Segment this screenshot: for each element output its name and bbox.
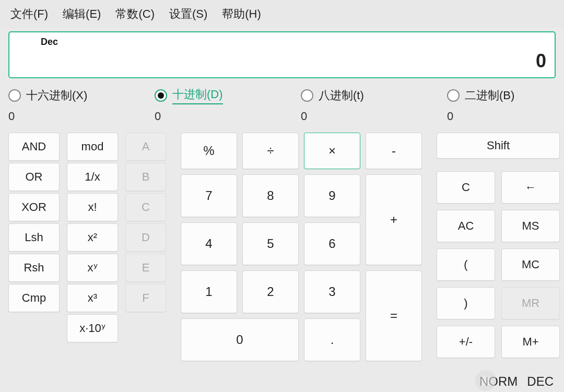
- btn-paren-open[interactable]: (: [437, 248, 495, 281]
- btn-equals[interactable]: =: [366, 270, 422, 361]
- btn-6[interactable]: 6: [304, 222, 360, 265]
- btn-clear[interactable]: C: [437, 171, 495, 204]
- radio-icon: [447, 89, 460, 102]
- status-base: DEC: [527, 374, 554, 389]
- radix-dec-label: 十进制(D): [172, 87, 223, 104]
- btn-rsh[interactable]: Rsh: [8, 254, 60, 282]
- btn-mem-plus[interactable]: M+: [501, 326, 560, 358]
- side-grid: Shift C ← AC MS ( MC ) MR +/- M+: [437, 133, 560, 361]
- btn-add[interactable]: +: [366, 174, 422, 265]
- btn-factorial[interactable]: x!: [67, 193, 118, 221]
- btn-mem-clear[interactable]: MC: [501, 248, 560, 281]
- btn-square[interactable]: x²: [67, 223, 118, 252]
- btn-9[interactable]: 9: [304, 174, 360, 217]
- btn-paren-close[interactable]: ): [437, 287, 495, 319]
- menubar: 文件(F) 编辑(E) 常数(C) 设置(S) 帮助(H): [0, 0, 564, 28]
- btn-4[interactable]: 4: [181, 222, 237, 265]
- btn-2[interactable]: 2: [242, 270, 299, 313]
- btn-xor[interactable]: XOR: [8, 193, 60, 221]
- radix-dec[interactable]: 十进制(D): [155, 87, 301, 104]
- btn-power[interactable]: xʸ: [67, 254, 118, 282]
- btn-cmp[interactable]: Cmp: [8, 284, 60, 312]
- keypad: AND OR XOR Lsh Rsh Cmp mod 1/x x! x² xʸ …: [0, 127, 564, 361]
- logic-col-1: AND OR XOR Lsh Rsh Cmp: [8, 133, 60, 361]
- btn-lsh[interactable]: Lsh: [8, 223, 60, 252]
- display-mode-label: Dec: [41, 37, 58, 47]
- btn-plus-minus[interactable]: +/-: [437, 326, 495, 358]
- btn-all-clear[interactable]: AC: [437, 210, 495, 242]
- btn-hex-a: A: [125, 133, 166, 161]
- btn-hex-b: B: [125, 163, 166, 191]
- radix-oct-value: 0: [301, 110, 447, 123]
- display: Dec 0: [8, 31, 556, 78]
- btn-shift[interactable]: Shift: [437, 133, 560, 159]
- radix-hex-value: 0: [8, 110, 155, 123]
- btn-hex-c: C: [125, 193, 166, 221]
- menu-file[interactable]: 文件(F): [10, 6, 48, 22]
- btn-3[interactable]: 3: [304, 270, 360, 313]
- radio-icon: [8, 89, 21, 102]
- btn-and[interactable]: AND: [8, 133, 60, 161]
- btn-or[interactable]: OR: [8, 163, 60, 191]
- btn-mem-recall: MR: [501, 287, 560, 319]
- radix-row: 十六进制(X) 十进制(D) 八进制(t) 二进制(B): [0, 84, 564, 104]
- menu-help[interactable]: 帮助(H): [222, 6, 261, 22]
- btn-8[interactable]: 8: [242, 174, 299, 217]
- radio-icon: [301, 89, 313, 102]
- logic-col-2: mod 1/x x! x² xʸ x³ x·10ʸ: [67, 133, 118, 361]
- btn-decimal[interactable]: .: [304, 318, 360, 361]
- radix-oct[interactable]: 八进制(t): [301, 87, 447, 104]
- btn-hex-f: F: [125, 284, 166, 312]
- btn-divide[interactable]: ÷: [242, 133, 299, 169]
- menu-edit[interactable]: 编辑(E): [63, 6, 101, 22]
- btn-hex-d: D: [125, 223, 166, 252]
- btn-5[interactable]: 5: [242, 222, 299, 265]
- btn-backspace[interactable]: ←: [501, 171, 560, 204]
- btn-cube[interactable]: x³: [67, 284, 118, 312]
- watermark-icon: 值: [475, 370, 496, 391]
- btn-reciprocal[interactable]: 1/x: [67, 163, 118, 191]
- btn-subtract[interactable]: -: [366, 133, 422, 169]
- menu-settings[interactable]: 设置(S): [169, 6, 207, 22]
- display-value: 0: [536, 50, 546, 72]
- radix-hex[interactable]: 十六进制(X): [8, 87, 155, 104]
- radix-bin-value: 0: [447, 110, 556, 123]
- radio-icon: [155, 89, 167, 102]
- hex-digit-col: A B C D E F: [125, 133, 166, 361]
- btn-sci[interactable]: x·10ʸ: [67, 314, 118, 342]
- btn-multiply[interactable]: ×: [304, 133, 360, 169]
- radix-bin-label: 二进制(B): [465, 88, 514, 103]
- btn-percent[interactable]: %: [181, 133, 237, 169]
- btn-1[interactable]: 1: [181, 270, 237, 313]
- radix-oct-label: 八进制(t): [319, 88, 364, 103]
- btn-mod[interactable]: mod: [67, 133, 118, 161]
- radix-bin[interactable]: 二进制(B): [447, 87, 556, 104]
- btn-mem-store[interactable]: MS: [501, 210, 560, 242]
- radix-values: 0 0 0 0: [0, 104, 564, 127]
- btn-7[interactable]: 7: [181, 174, 237, 217]
- btn-hex-e: E: [125, 254, 166, 282]
- numeric-grid: % ÷ × - 7 8 9 + 4 5 6 1 2 3 = 0 .: [181, 133, 422, 361]
- radix-hex-label: 十六进制(X): [26, 88, 87, 103]
- radix-dec-value: 0: [155, 110, 301, 123]
- menu-constants[interactable]: 常数(C): [115, 6, 155, 22]
- btn-0[interactable]: 0: [181, 318, 299, 361]
